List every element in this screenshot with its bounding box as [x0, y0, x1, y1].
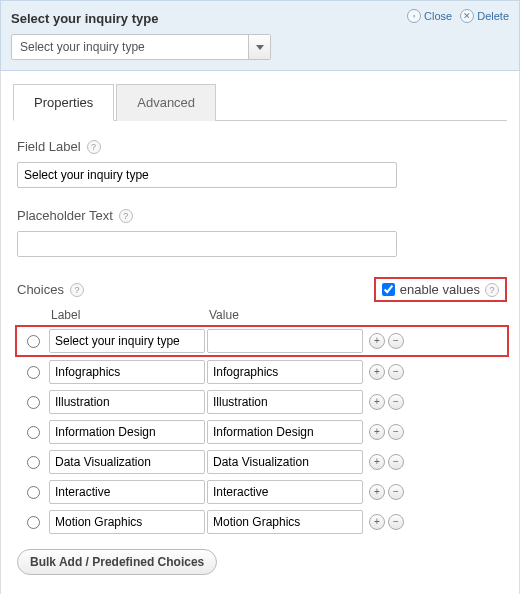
choice-default-radio[interactable] [27, 335, 40, 348]
close-label: Close [424, 10, 452, 22]
field-header: ◦ Close ✕ Delete Select your inquiry typ… [0, 0, 520, 71]
remove-choice-button[interactable]: − [388, 333, 404, 349]
delete-label: Delete [477, 10, 509, 22]
choice-value-input[interactable] [207, 480, 363, 504]
choice-label-input[interactable] [49, 360, 205, 384]
help-icon[interactable]: ? [70, 283, 84, 297]
add-choice-button[interactable]: + [369, 454, 385, 470]
choices-caption: Choices [17, 282, 64, 297]
add-choice-button[interactable]: + [369, 394, 385, 410]
choice-default-radio[interactable] [27, 486, 40, 499]
choice-value-input[interactable] [207, 360, 363, 384]
dropdown-preview[interactable]: Select your inquiry type [11, 34, 271, 60]
choice-default-radio[interactable] [27, 426, 40, 439]
choice-row: +− [17, 387, 507, 417]
add-choice-button[interactable]: + [369, 514, 385, 530]
choice-row: +− [17, 417, 507, 447]
choice-row: +− [17, 357, 507, 387]
help-icon[interactable]: ? [485, 283, 499, 297]
placeholder-group: Placeholder Text ? [13, 208, 507, 257]
add-choice-button[interactable]: + [369, 484, 385, 500]
choice-label-input[interactable] [49, 420, 205, 444]
help-icon[interactable]: ? [87, 140, 101, 154]
remove-choice-button[interactable]: − [388, 514, 404, 530]
choices-group: Choices ? enable values ? Label Value +−… [13, 277, 507, 575]
remove-choice-button[interactable]: − [388, 364, 404, 380]
delete-icon: ✕ [460, 9, 474, 23]
choice-row: +− [17, 447, 507, 477]
field-label-caption: Field Label [17, 139, 81, 154]
help-icon[interactable]: ? [119, 209, 133, 223]
tab-advanced[interactable]: Advanced [116, 84, 216, 121]
close-icon: ◦ [407, 9, 421, 23]
col-value-header: Value [209, 308, 367, 322]
add-choice-button[interactable]: + [369, 364, 385, 380]
choice-value-input[interactable] [207, 329, 363, 353]
choice-label-input[interactable] [49, 390, 205, 414]
remove-choice-button[interactable]: − [388, 424, 404, 440]
choice-value-input[interactable] [207, 420, 363, 444]
add-choice-button[interactable]: + [369, 424, 385, 440]
choice-default-radio[interactable] [27, 516, 40, 529]
chevron-down-icon [256, 45, 264, 50]
col-label-header: Label [51, 308, 209, 322]
choice-label-input[interactable] [49, 329, 205, 353]
settings-tabs: Properties Advanced [13, 83, 507, 121]
choice-label-input[interactable] [49, 480, 205, 504]
tab-properties[interactable]: Properties [13, 84, 114, 121]
remove-choice-button[interactable]: − [388, 454, 404, 470]
remove-choice-button[interactable]: − [388, 484, 404, 500]
dropdown-arrow [248, 35, 270, 59]
placeholder-input[interactable] [17, 231, 397, 257]
field-label-group: Field Label ? [13, 139, 507, 188]
enable-values-label: enable values [400, 282, 480, 297]
dropdown-preview-text: Select your inquiry type [20, 40, 145, 54]
placeholder-caption: Placeholder Text [17, 208, 113, 223]
enable-values-checkbox[interactable] [382, 283, 395, 296]
choice-row: +− [15, 325, 509, 357]
delete-button[interactable]: ✕ Delete [460, 9, 509, 23]
choice-row: +− [17, 507, 507, 537]
bulk-add-button[interactable]: Bulk Add / Predefined Choices [17, 549, 217, 575]
choices-columns: Label Value [17, 308, 507, 322]
enable-values-highlight: enable values ? [374, 277, 507, 302]
add-choice-button[interactable]: + [369, 333, 385, 349]
choice-label-input[interactable] [49, 510, 205, 534]
choice-default-radio[interactable] [27, 366, 40, 379]
choice-default-radio[interactable] [27, 456, 40, 469]
close-button[interactable]: ◦ Close [407, 9, 452, 23]
choice-value-input[interactable] [207, 510, 363, 534]
settings-body: Properties Advanced Field Label ? Placeh… [0, 71, 520, 594]
choice-value-input[interactable] [207, 390, 363, 414]
choices-list: +−+−+−+−+−+−+− [17, 325, 507, 537]
field-label-input[interactable] [17, 162, 397, 188]
choice-default-radio[interactable] [27, 396, 40, 409]
remove-choice-button[interactable]: − [388, 394, 404, 410]
choice-label-input[interactable] [49, 450, 205, 474]
choice-value-input[interactable] [207, 450, 363, 474]
choice-row: +− [17, 477, 507, 507]
